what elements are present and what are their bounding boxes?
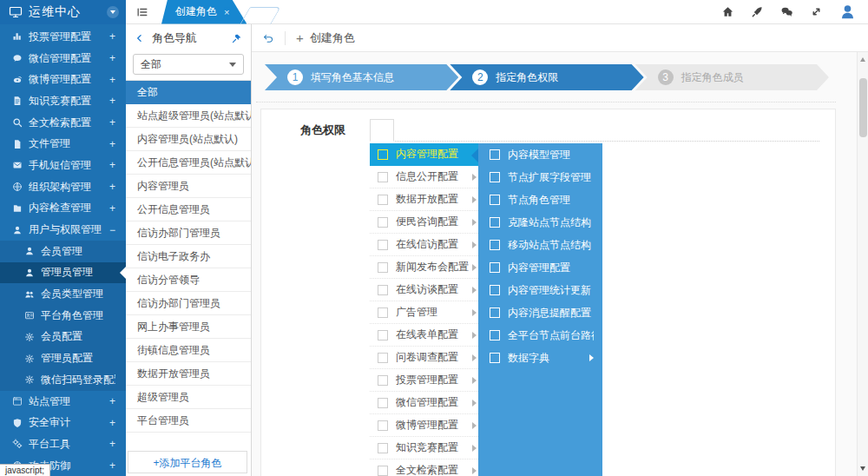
checkbox[interactable] bbox=[490, 353, 500, 363]
checkbox[interactable] bbox=[378, 240, 388, 250]
expand-toggle[interactable]: + bbox=[109, 395, 115, 407]
scroll-up-icon[interactable] bbox=[860, 55, 865, 62]
sub-permission-item[interactable]: 节点扩展字段管理 bbox=[478, 166, 602, 188]
sub-permission-item[interactable]: 节点角色管理 bbox=[478, 188, 602, 211]
expand-toggle[interactable]: + bbox=[109, 74, 115, 86]
expand-toggle[interactable]: + bbox=[109, 116, 115, 129]
permission-item[interactable]: 问卷调查配置 bbox=[370, 347, 478, 369]
checkbox[interactable] bbox=[378, 466, 388, 476]
role-filter-select[interactable]: 全部 bbox=[133, 54, 244, 75]
close-icon[interactable]: × bbox=[224, 7, 229, 17]
sidebar-item[interactable]: 管理员配置 bbox=[0, 347, 126, 369]
role-list-item[interactable]: 信访办部门管理员 bbox=[126, 292, 251, 315]
checkbox[interactable] bbox=[378, 330, 388, 340]
sub-permission-item[interactable]: 全平台节点前台路径更新 bbox=[478, 324, 602, 347]
sidebar-item[interactable]: 全文检索配置 + bbox=[0, 112, 126, 134]
sidebar-item[interactable]: 文件管理 + bbox=[0, 133, 126, 155]
chevron-left-icon[interactable] bbox=[135, 33, 145, 43]
rocket-icon[interactable] bbox=[751, 5, 764, 18]
role-list-item[interactable]: 信访电子政务办 bbox=[126, 245, 251, 268]
sidebar-item[interactable]: 投票管理配置 + bbox=[0, 26, 126, 48]
fullscreen-icon[interactable] bbox=[810, 5, 823, 18]
tab-create-role[interactable]: 创建角色 × bbox=[161, 0, 247, 24]
sidebar-item[interactable]: 会员类型管理 bbox=[0, 283, 126, 305]
role-list-item[interactable]: 公开信息管理员 bbox=[126, 198, 251, 221]
expand-toggle[interactable]: + bbox=[109, 181, 115, 193]
sidebar-item[interactable]: 组织架构管理 + bbox=[0, 176, 126, 198]
sub-permission-item[interactable]: 内容模型管理 bbox=[478, 143, 602, 166]
wizard-step[interactable]: 3 指定角色成员 bbox=[635, 64, 829, 90]
checkbox[interactable] bbox=[378, 195, 388, 205]
role-list-item[interactable]: 内容管理员(站点默认) bbox=[126, 128, 251, 151]
permission-item[interactable]: 便民咨询配置 bbox=[370, 211, 478, 234]
role-list-item[interactable]: 全部 bbox=[126, 81, 251, 104]
checkbox[interactable] bbox=[490, 172, 500, 182]
checkbox[interactable] bbox=[490, 307, 500, 318]
scroll-thumb[interactable] bbox=[859, 78, 867, 137]
sidebar-item[interactable]: 平台工具 + bbox=[0, 433, 126, 455]
checkbox[interactable] bbox=[490, 217, 500, 228]
role-list-item[interactable]: 站点超级管理员(站点默认) bbox=[126, 104, 251, 128]
sidebar-item[interactable]: 站点管理 + bbox=[0, 391, 126, 413]
sub-permission-item[interactable]: 克隆站点节点结构 bbox=[478, 211, 602, 234]
sub-permission-item[interactable]: 移动站点节点结构 bbox=[478, 234, 602, 256]
scrollbar[interactable] bbox=[857, 52, 868, 476]
app-logo[interactable]: 运维中心 bbox=[0, 0, 126, 24]
pin-icon[interactable] bbox=[231, 33, 242, 44]
permission-item[interactable]: 数据开放配置 bbox=[370, 188, 478, 211]
sub-permission-item[interactable]: 内容管理统计更新 bbox=[478, 279, 602, 301]
permission-item[interactable]: 微信管理配置 bbox=[370, 392, 478, 414]
back-arrow-icon[interactable] bbox=[262, 32, 274, 44]
permission-scope-tab[interactable] bbox=[370, 119, 394, 142]
sidebar-item[interactable]: 管理员管理 bbox=[0, 262, 126, 284]
messages-icon[interactable] bbox=[780, 5, 793, 18]
checkbox[interactable] bbox=[378, 262, 388, 273]
role-list-item[interactable]: 平台管理员 bbox=[126, 409, 251, 433]
role-list-item[interactable]: 信访分管领导 bbox=[126, 268, 251, 292]
permission-item[interactable]: 在线表单配置 bbox=[370, 324, 478, 347]
menu-collapse-icon[interactable] bbox=[136, 6, 148, 18]
checkbox[interactable] bbox=[378, 398, 388, 408]
permission-item[interactable]: 全文检索配置 bbox=[370, 459, 478, 476]
role-list-item[interactable]: 数据开放管理员 bbox=[126, 362, 251, 386]
sidebar-item[interactable]: 微信管理配置 + bbox=[0, 48, 126, 69]
checkbox[interactable] bbox=[490, 262, 500, 273]
sidebar-item[interactable]: 会员配置 bbox=[0, 327, 126, 348]
expand-toggle[interactable]: + bbox=[109, 459, 115, 472]
sub-permission-item[interactable]: 内容管理配置 bbox=[478, 256, 602, 279]
checkbox[interactable] bbox=[378, 149, 388, 160]
checkbox[interactable] bbox=[378, 172, 388, 182]
role-list-item[interactable]: 信访办部门管理员 bbox=[126, 221, 251, 245]
sidebar-item[interactable]: 会员管理 bbox=[0, 241, 126, 262]
checkbox[interactable] bbox=[490, 330, 500, 340]
checkbox[interactable] bbox=[378, 443, 388, 453]
wizard-step[interactable]: 2 指定角色权限 bbox=[450, 64, 643, 90]
permission-item[interactable]: 信息公开配置 bbox=[370, 166, 478, 188]
permission-item[interactable]: 在线访谈配置 bbox=[370, 279, 478, 301]
chevron-down-circle-icon[interactable] bbox=[107, 6, 119, 18]
expand-toggle[interactable]: + bbox=[109, 159, 115, 171]
permission-item[interactable]: 微博管理配置 bbox=[370, 414, 478, 437]
expand-toggle[interactable]: + bbox=[109, 138, 115, 150]
wizard-step[interactable]: 1 填写角色基本信息 bbox=[265, 64, 458, 90]
permission-item[interactable]: 投票管理配置 bbox=[370, 369, 478, 392]
expand-toggle[interactable]: + bbox=[109, 417, 115, 429]
home-icon[interactable] bbox=[721, 5, 734, 18]
checkbox[interactable] bbox=[490, 149, 500, 160]
sidebar-item[interactable]: 安全审计 + bbox=[0, 412, 126, 433]
checkbox[interactable] bbox=[490, 240, 500, 250]
expand-toggle[interactable]: + bbox=[109, 438, 115, 450]
permission-scope-tab[interactable] bbox=[394, 118, 417, 141]
sidebar-item[interactable]: 用户与权限管理 − bbox=[0, 219, 126, 241]
permission-item[interactable]: 在线信访配置 bbox=[370, 234, 478, 256]
expand-toggle[interactable]: − bbox=[109, 224, 115, 236]
checkbox[interactable] bbox=[378, 217, 388, 228]
permission-item[interactable]: 内容管理配置 bbox=[370, 143, 478, 166]
checkbox[interactable] bbox=[378, 420, 388, 431]
avatar-icon[interactable] bbox=[839, 3, 856, 20]
scroll-down-icon[interactable] bbox=[860, 466, 865, 473]
role-list-item[interactable]: 公开信息管理员(站点默认) bbox=[126, 151, 251, 175]
permission-item[interactable]: 新闻发布会配置 bbox=[370, 256, 478, 279]
permission-item[interactable]: 广告管理 bbox=[370, 301, 478, 324]
checkbox[interactable] bbox=[378, 307, 388, 318]
